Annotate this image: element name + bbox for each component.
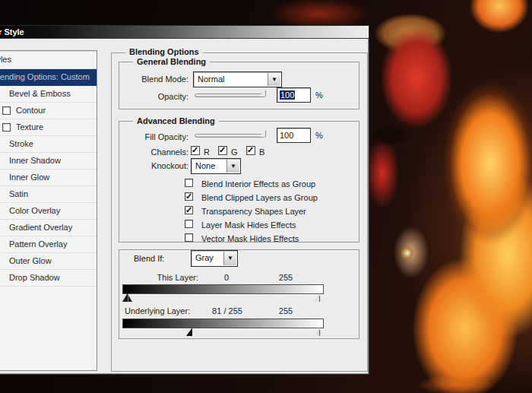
sidebar-item-label: Styles [0,51,11,68]
opacity-label: Opacity: [87,92,188,101]
channel-b-label: B [259,147,264,157]
blend-clipped-checkbox[interactable] [185,192,193,201]
sidebar-item-inner-glow[interactable]: Inner Glow [0,170,97,186]
this-layer-left-value: 0 [211,273,242,282]
blend-if-label: Blend If: [130,254,168,264]
sidebar-item-label: Gradient Overlay [9,223,72,232]
vector-mask-hides-label: Vector Mask Hides Effects [201,234,299,243]
underlying-gradient-bar[interactable] [122,319,324,328]
opacity-value: 100 [280,90,295,100]
sidebar-item-label: Drop Shadow [9,273,60,282]
blend-interior-checkbox[interactable] [185,179,193,187]
sidebar-item-contour[interactable]: Contour [0,103,97,119]
opacity-slider[interactable] [195,93,266,97]
blend-interior-label: Blend Interior Effects as Group [201,179,315,189]
channel-g-checkbox[interactable] [218,146,227,155]
blend-clipped-label: Blend Clipped Layers as Group [201,193,318,202]
blend-if-value: Gray [195,253,214,262]
sidebar-item-label: Texture [16,122,43,132]
chevron-down-icon[interactable]: ▼ [226,160,239,173]
underlying-layer-label: Underlying Layer: [125,306,190,315]
sidebar-item-label: Stroke [9,139,33,148]
this-layer-gradient-bar[interactable] [122,284,324,294]
channel-g-label: G [231,147,238,157]
sidebar-item-blending-options[interactable]: Blending Options: Custom [0,69,97,86]
vector-mask-hides-checkbox[interactable] [185,233,193,242]
sidebar-item-label: Inner Glow [9,173,49,182]
general-blending-title: General Blending [133,57,210,67]
opacity-input[interactable]: 100 [277,87,311,103]
checkbox[interactable] [2,106,11,115]
transparency-shapes-checkbox[interactable] [185,206,193,214]
opacity-percent: % [315,90,323,100]
fill-opacity-value: 100 [280,131,293,140]
sidebar-item-pattern-overlay[interactable]: Pattern Overlay [0,236,97,253]
knockout-value: None [195,161,215,170]
sidebar-item-label: Blending Options: Custom [0,69,90,85]
chevron-down-icon[interactable]: ▼ [268,73,280,86]
fill-opacity-label: Fill Opacity: [80,132,188,141]
sidebar-item-label: Pattern Overlay [9,239,67,249]
sidebar-item-label: Bevel & Emboss [9,89,71,98]
underlying-left-value: 81 / 255 [204,306,250,315]
sidebar-item-label: Satin [9,189,28,198]
blend-mode-select[interactable]: Normal ▼ [193,71,282,87]
sidebar-item-styles[interactable]: Styles [0,51,97,69]
sidebar-item-outer-glow[interactable]: Outer Glow [0,253,97,270]
blend-mode-value: Normal [198,74,224,84]
dialog-title: Layer Style [0,26,24,39]
sidebar-item-label: Outer Glow [9,256,52,265]
chevron-down-icon[interactable]: ▼ [223,252,236,265]
sidebar-item-label: Color Overlay [9,206,60,215]
this-layer-right-value: 255 [271,273,301,282]
sidebar-item-drop-shadow[interactable]: Drop Shadow [0,270,97,287]
layer-style-dialog: Layer Style Styles Blending Options: Cus… [0,25,369,375]
layer-mask-hides-label: Layer Mask Hides Effects [201,220,296,230]
fill-opacity-percent: % [315,131,323,140]
sidebar-item-gradient-overlay[interactable]: Gradient Overlay [0,220,97,236]
underlying-right-value: 255 [271,306,301,315]
channel-r-checkbox[interactable] [191,146,200,155]
sidebar-item-satin[interactable]: Satin [0,186,97,203]
channel-b-checkbox[interactable] [246,146,255,155]
transparency-shapes-label: Transparency Shapes Layer [201,207,306,216]
sidebar-item-label: Inner Shadow [9,156,61,165]
sidebar-item-color-overlay[interactable]: Color Overlay [0,203,97,220]
knockout-label: Knockout: [80,161,188,170]
checkbox[interactable] [2,123,11,132]
this-layer-label: This Layer: [87,273,198,282]
fill-opacity-input[interactable]: 100 [277,128,311,143]
knockout-select[interactable]: None ▼ [191,158,241,174]
screen: Layer Style Styles Blending Options: Cus… [0,0,532,393]
blend-mode-label: Blend Mode: [87,74,188,84]
effects-list: Styles Blending Options: Custom Bevel & … [0,50,97,371]
advanced-blending-title: Advanced Blending [133,116,219,126]
dialog-titlebar[interactable]: Layer Style [0,26,369,39]
blend-if-select[interactable]: Gray ▼ [191,250,238,267]
layer-mask-hides-checkbox[interactable] [185,220,193,228]
panel-title: Blending Options [125,47,203,57]
channel-r-label: R [204,147,210,157]
channels-label: Channels: [80,147,188,157]
sidebar-item-label: Contour [16,106,46,115]
fill-opacity-slider[interactable] [195,134,266,138]
sidebar-item-bevel-emboss[interactable]: Bevel & Emboss [0,86,97,103]
